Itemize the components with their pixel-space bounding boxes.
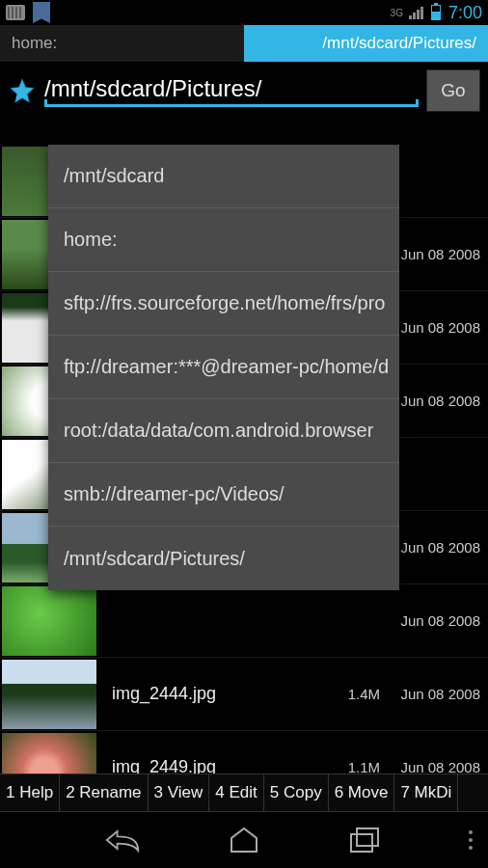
path-bar: Go [0,62,488,120]
thumbnail [2,586,96,656]
dropdown-item[interactable]: smb://dreamer-pc/Videos/ [48,463,399,527]
signal-icon [409,7,423,19]
file-row[interactable]: Jun 08 2008 [0,584,488,658]
toolbar-button[interactable]: 1 Help [0,774,60,811]
menu-icon[interactable] [469,830,473,850]
toolbar-button[interactable]: 7 MkDi [394,774,458,811]
dropdown-item[interactable]: /mnt/sdcard/Pictures/ [48,527,399,590]
file-date: Jun 08 2008 [384,612,480,629]
toolbar-button[interactable]: 4 Edit [209,774,263,811]
star-icon[interactable] [8,76,37,105]
tab-home[interactable]: home: [0,25,244,62]
status-bar: 3G 7:00 [0,0,488,25]
dropdown-item[interactable]: /mnt/sdcard [48,145,399,208]
keyboard-icon [6,5,25,20]
thumbnail [2,660,96,729]
home-icon[interactable] [227,823,261,857]
toolbar-button[interactable]: 6 Move [329,774,395,811]
path-input-wrap [44,75,419,107]
toolbar-button[interactable]: 5 Copy [264,774,329,811]
dropdown-item[interactable]: root:/data/data/com.android.browser [48,399,399,463]
svg-rect-1 [357,828,378,846]
svg-rect-0 [351,834,372,852]
battery-icon [431,5,441,20]
file-name: img_2444.jpg [112,684,326,704]
toolbar: 1 Help2 Rename3 View4 Edit5 Copy6 Move7 … [0,773,488,812]
network-label: 3G [391,8,403,18]
file-row[interactable]: img_2444.jpg1.4MJun 08 2008 [0,658,488,731]
path-dropdown: /mnt/sdcardhome:sftp://frs.sourceforge.n… [48,145,399,590]
path-input[interactable] [44,75,419,102]
dropdown-item[interactable]: sftp://frs.sourceforge.net/home/frs/pro [48,272,399,336]
toolbar-button[interactable]: 2 Rename [60,774,148,811]
dropdown-item[interactable]: home: [48,208,399,272]
bookmark-icon [33,2,50,23]
go-button[interactable]: Go [426,69,480,112]
dropdown-item[interactable]: ftp://dreamer:***@dreamer-pc/home/d [48,336,399,399]
tab-pictures[interactable]: /mnt/sdcard/Pictures/ [244,25,488,62]
back-icon[interactable] [105,823,140,857]
nav-bar [0,812,488,868]
file-size: 1.4M [326,686,380,702]
tab-bar: home: /mnt/sdcard/Pictures/ [0,25,488,62]
toolbar-button[interactable]: 3 View [149,774,210,811]
file-date: Jun 08 2008 [384,686,480,702]
recent-icon[interactable] [348,823,383,857]
clock: 7:00 [448,3,482,23]
